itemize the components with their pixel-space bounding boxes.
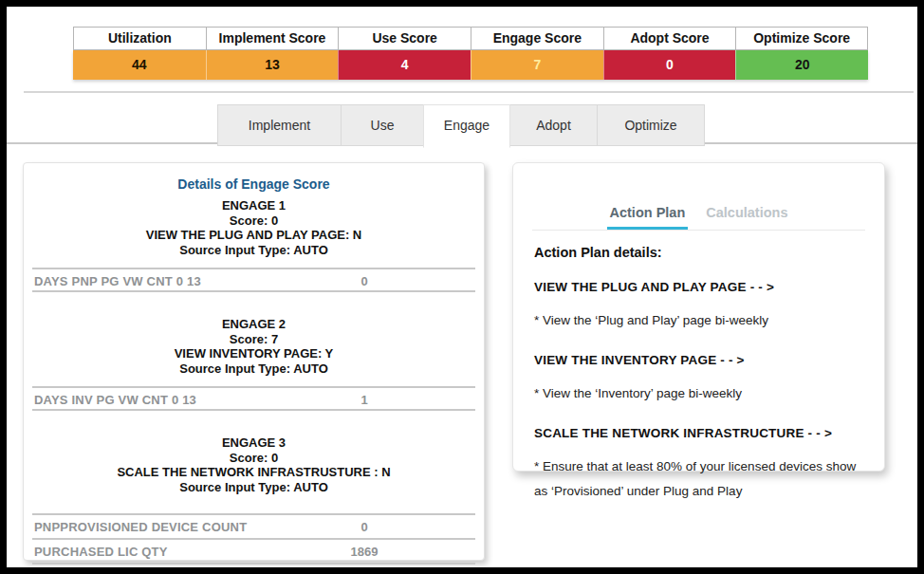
tab-optimize[interactable]: Optimize (597, 104, 705, 146)
engage2-score-line: Score: 7 (24, 332, 484, 347)
table-row: PNPPROVISIONED DEVICE COUNT 0 (32, 513, 475, 538)
table-row: DAYS INV PG VW CNT 0 13 1 (32, 386, 475, 411)
row-value: 1869 (317, 545, 412, 559)
engage3-rows: PNPPROVISIONED DEVICE COUNT 0 PURCHASED … (32, 513, 475, 574)
row-value: 0 (317, 520, 412, 534)
engage3-source-line: Source Input Type: AUTO (24, 480, 484, 495)
table-row: PURCHASED LIC QTY 1869 (32, 538, 475, 563)
action-item-heading: VIEW THE INVENTORY PAGE - - > (534, 353, 863, 367)
divider-below-score-table (24, 91, 914, 93)
row-value: 1 (317, 393, 412, 407)
score-header-implement-score: Implement Score (206, 27, 339, 50)
action-item-detail: * Ensure that at least 80% of your licen… (534, 454, 863, 504)
score-header-adopt-score: Adopt Score (603, 27, 736, 50)
engage2-source-line: Source Input Type: AUTO (24, 361, 484, 377)
row-label: PNP PROVISIONED STATE PCT (34, 569, 223, 574)
action-item-detail: * View the ‘Inventory’ page bi-weekly (534, 381, 863, 406)
row-value: 0 (317, 274, 412, 288)
dashboard-frame: Utilization Implement Score Use Score En… (0, 0, 924, 574)
engage2-heading: ENGAGE 2 (24, 317, 484, 332)
tab-adopt[interactable]: Adopt (509, 104, 598, 146)
engage1-rows: DAYS PNP PG VW CNT 0 13 0 (32, 268, 475, 292)
engage3-heading: ENGAGE 3 (24, 435, 484, 451)
score-table-value-row: 44 13 4 7 0 20 (73, 50, 868, 80)
score-value-optimize-score: 20 (735, 50, 868, 80)
row-label: DAYS PNP PG VW CNT 0 13 (34, 274, 201, 288)
row-label: PNPPROVISIONED DEVICE COUNT (34, 520, 247, 534)
engage1-metric-line: VIEW THE PLUG AND PLAY PAGE: N (24, 228, 484, 243)
score-summary-table: Utilization Implement Score Use Score En… (73, 27, 868, 80)
tab-action-plan[interactable]: Action Plan (607, 205, 689, 230)
table-row: PNP PROVISIONED STATE PCT 0 (32, 563, 475, 574)
action-card-tabbar: Action Plan Calculations (513, 205, 884, 230)
engage2-metric-line: VIEW INVENTORY PAGE: Y (24, 346, 484, 361)
tab-calculations[interactable]: Calculations (703, 205, 790, 230)
score-header-use-score: Use Score (338, 27, 471, 50)
engage1-score-line: Score: 0 (24, 213, 484, 229)
tab-use[interactable]: Use (341, 104, 424, 146)
action-item-detail: * View the ‘Plug and Play’ page bi-weekl… (534, 308, 863, 333)
action-plan-card: Action Plan Calculations Action Plan det… (512, 162, 885, 472)
engage1-heading: ENGAGE 1 (24, 198, 484, 213)
engage1-source-line: Source Input Type: AUTO (24, 243, 484, 258)
score-header-engage-score: Engage Score (471, 27, 603, 50)
score-value-utilization: 44 (73, 50, 206, 80)
tab-implement[interactable]: Implement (217, 104, 342, 146)
row-label: DAYS INV PG VW CNT 0 13 (34, 393, 196, 407)
action-plan-body: Action Plan details: VIEW THE PLUG AND P… (513, 231, 884, 504)
action-plan-title: Action Plan details: (534, 245, 863, 260)
table-row: DAYS PNP PG VW CNT 0 13 0 (32, 268, 475, 292)
tab-engage[interactable]: Engage (423, 104, 510, 148)
details-card-title: Details of Engage Score (24, 176, 484, 192)
score-value-adopt-score: 0 (603, 50, 736, 80)
engage3-metric-line: SCALE THE NETWORK INFRASTRUSTURE : N (24, 465, 484, 480)
action-item-heading: SCALE THE NETWORK INFRASTRUCTURE - - > (534, 426, 863, 440)
score-value-engage-score: 7 (471, 50, 603, 80)
row-label: PURCHASED LIC QTY (34, 545, 168, 559)
score-header-utilization: Utilization (73, 27, 206, 50)
engage2-rows: DAYS INV PG VW CNT 0 13 1 (32, 386, 475, 411)
category-tabbar: Implement Use Engage Adopt Optimize (217, 104, 705, 148)
engage-details-card: Details of Engage Score ENGAGE 1 Score: … (23, 162, 485, 561)
score-value-implement-score: 13 (206, 50, 339, 80)
score-table-header-row: Utilization Implement Score Use Score En… (73, 27, 868, 50)
engage3-score-line: Score: 0 (24, 451, 484, 466)
score-value-use-score: 4 (338, 50, 471, 80)
action-item-heading: VIEW THE PLUG AND PLAY PAGE - - > (534, 280, 863, 294)
row-value: 0 (317, 569, 412, 574)
score-header-optimize-score: Optimize Score (735, 27, 868, 50)
